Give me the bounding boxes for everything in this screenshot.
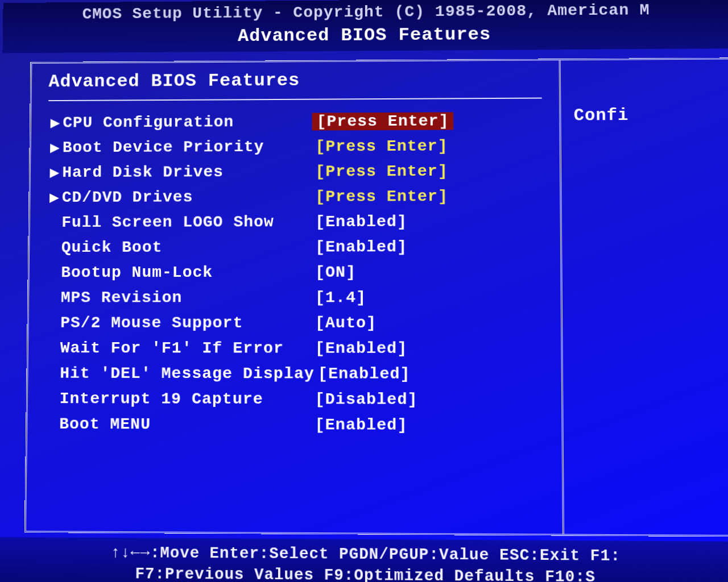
setting-label: Full Screen LOGO Show: [61, 213, 312, 231]
setting-label: Boot MENU: [59, 415, 312, 434]
setting-label: Wait For 'F1' If Error: [60, 339, 312, 357]
content-frame: Advanced BIOS Features ▶CPU Configuratio…: [24, 57, 728, 537]
divider: [48, 98, 542, 102]
triangle-icon: ▶: [48, 113, 63, 132]
setting-value[interactable]: [Disabled]: [312, 390, 421, 408]
setting-value[interactable]: [Enabled]: [312, 213, 411, 231]
section-title: Advanced BIOS Features: [3, 22, 728, 50]
setting-label: CPU Configuration: [63, 113, 312, 131]
setting-value[interactable]: [Enabled]: [312, 238, 411, 256]
setting-value[interactable]: [Auto]: [312, 314, 380, 332]
triangle-icon: ▶: [47, 188, 62, 207]
setting-value[interactable]: [Enabled]: [315, 365, 414, 383]
setting-row[interactable]: ▶Interrupt 19 Capture[Disabled]: [45, 387, 544, 411]
setting-label: Interrupt 19 Capture: [60, 389, 312, 408]
key-legend: ↑↓←→:Move Enter:Select PGDN/PGUP:Value E…: [0, 537, 728, 582]
setting-label: Quick Boot: [61, 238, 312, 256]
setting-row[interactable]: ▶Hard Disk Drives[Press Enter]: [47, 159, 542, 184]
setting-value[interactable]: [Enabled]: [312, 339, 411, 357]
setting-row[interactable]: ▶MPS Revision[1.4]: [46, 286, 544, 309]
main-pane: Advanced BIOS Features ▶CPU Configuratio…: [26, 60, 564, 534]
setting-row[interactable]: ▶Bootup Num-Lock[ON]: [46, 260, 543, 284]
setting-value[interactable]: [Press Enter]: [312, 162, 451, 180]
setting-label: Boot Device Priority: [63, 138, 312, 156]
setting-value[interactable]: [1.4]: [312, 289, 370, 306]
bios-header: CMOS Setup Utility - Copyright (C) 1985-…: [2, 0, 728, 53]
setting-row[interactable]: ▶Boot Device Priority[Press Enter]: [48, 134, 542, 159]
setting-row[interactable]: ▶PS/2 Mouse Support[Auto]: [46, 311, 543, 334]
settings-list: ▶CPU Configuration[Press Enter]▶Boot Dev…: [44, 109, 544, 437]
setting-row[interactable]: ▶Wait For 'F1' If Error[Enabled]: [46, 336, 544, 360]
setting-row[interactable]: ▶CD/DVD Drives[Press Enter]: [47, 184, 543, 209]
help-text: Confi: [574, 106, 629, 126]
pane-title: Advanced BIOS Features: [48, 68, 541, 92]
setting-value[interactable]: [Press Enter]: [312, 187, 452, 205]
setting-row[interactable]: ▶Hit 'DEL' Message Display[Enabled]: [45, 361, 544, 385]
setting-label: MPS Revision: [61, 289, 312, 306]
setting-value[interactable]: [Enabled]: [312, 415, 411, 434]
setting-value[interactable]: [ON]: [312, 263, 359, 281]
triangle-icon: ▶: [47, 163, 62, 182]
triangle-icon: ▶: [48, 138, 63, 157]
setting-row[interactable]: ▶Quick Boot[Enabled]: [47, 235, 543, 259]
setting-value[interactable]: [Press Enter]: [312, 137, 452, 155]
setting-row[interactable]: ▶Boot MENU[Enabled]: [44, 412, 544, 437]
setting-label: PS/2 Mouse Support: [60, 314, 312, 332]
setting-label: Bootup Num-Lock: [61, 263, 312, 281]
help-pane: Confi: [561, 59, 728, 535]
setting-value[interactable]: [Press Enter]: [312, 112, 454, 130]
setting-label: Hard Disk Drives: [62, 163, 312, 181]
setting-row[interactable]: ▶CPU Configuration[Press Enter]: [48, 109, 542, 134]
setting-label: CD/DVD Drives: [62, 188, 312, 206]
setting-row[interactable]: ▶Full Screen LOGO Show[Enabled]: [47, 210, 543, 234]
setting-label: Hit 'DEL' Message Display: [60, 364, 315, 383]
